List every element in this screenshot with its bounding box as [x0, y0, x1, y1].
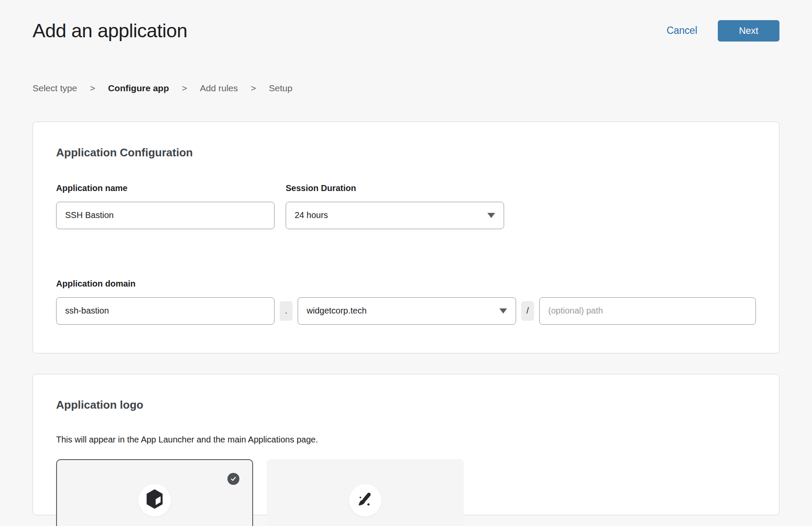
application-configuration-card: Application Configuration Application na…	[33, 122, 779, 353]
selected-check-icon	[227, 473, 239, 485]
cancel-button[interactable]: Cancel	[664, 24, 700, 37]
add-application-page: Add an application Cancel Next Select ty…	[0, 0, 812, 515]
subdomain-input[interactable]	[56, 297, 275, 325]
page-title: Add an application	[33, 20, 187, 42]
application-logo-description: This will appear in the App Launcher and…	[56, 435, 756, 445]
application-name-input[interactable]	[56, 202, 275, 229]
logo-options	[56, 459, 756, 526]
breadcrumb-step-setup[interactable]: Setup	[269, 83, 293, 93]
breadcrumb-separator: >	[182, 83, 187, 93]
application-logo-card: Application logo This will appear in the…	[33, 374, 779, 515]
application-logo-heading: Application logo	[56, 398, 756, 412]
domain-select-value: widgetcorp.tech	[307, 306, 367, 316]
breadcrumb: Select type > Configure app > Add rules …	[33, 83, 779, 93]
domain-select[interactable]: widgetcorp.tech	[298, 297, 516, 325]
custom-logo-circle	[349, 484, 382, 517]
page-header: Add an application Cancel Next	[33, 0, 779, 42]
slash-separator: /	[521, 301, 534, 321]
header-actions: Cancel Next	[664, 20, 779, 42]
name-duration-row: Application name Session Duration 24 hou…	[56, 183, 756, 229]
session-duration-label: Session Duration	[286, 183, 504, 193]
application-name-label: Application name	[56, 183, 275, 193]
breadcrumb-separator: >	[90, 83, 95, 93]
application-name-field-group: Application name	[56, 183, 275, 229]
paintbrush-icon	[356, 490, 374, 510]
application-domain-row: . widgetcorp.tech /	[56, 297, 756, 325]
breadcrumb-separator: >	[251, 83, 256, 93]
session-duration-value: 24 hours	[295, 210, 328, 220]
configuration-heading: Application Configuration	[56, 146, 756, 159]
session-duration-select[interactable]: 24 hours	[286, 202, 504, 229]
breadcrumb-step-add-rules[interactable]: Add rules	[200, 83, 238, 93]
logo-option-custom[interactable]	[267, 459, 464, 526]
path-input[interactable]	[539, 297, 756, 325]
application-domain-label: Application domain	[56, 279, 756, 289]
chevron-down-icon	[487, 213, 495, 218]
next-button[interactable]: Next	[718, 20, 779, 42]
logo-option-default[interactable]	[56, 459, 253, 526]
breadcrumb-step-configure-app[interactable]: Configure app	[108, 83, 169, 93]
dot-separator: .	[280, 301, 293, 321]
chevron-down-icon	[499, 308, 507, 314]
default-logo-circle	[138, 484, 171, 517]
cube-icon	[145, 489, 164, 512]
breadcrumb-step-select-type[interactable]: Select type	[33, 83, 77, 93]
session-duration-field-group: Session Duration 24 hours	[286, 183, 504, 229]
